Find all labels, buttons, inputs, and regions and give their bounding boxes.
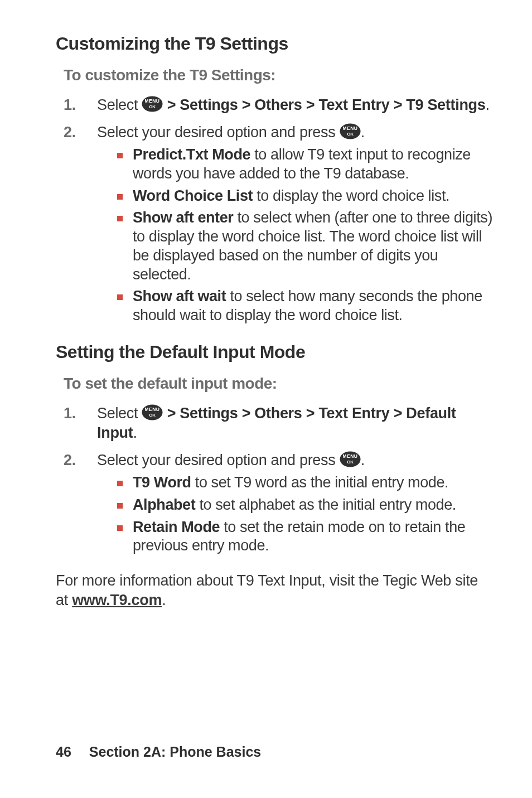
option-name: Word Choice List [133, 187, 253, 204]
menu-ok-key-icon [340, 123, 361, 139]
step-1: 1. Select > Settings > Others > Text Ent… [64, 404, 494, 443]
option-name: Predict.Txt Mode [133, 146, 250, 163]
step-number: 2. [64, 123, 76, 142]
list-item: Word Choice List to display the word cho… [117, 187, 494, 206]
list-item: Retain Mode to set the retain mode on to… [117, 518, 494, 556]
list-item: Alphabet to set alphabet as the initial … [117, 496, 494, 515]
menu-ok-key-icon [142, 96, 163, 112]
list-item: Predict.Txt Mode to allow T9 text input … [117, 146, 494, 183]
step-text-post: . [361, 124, 365, 141]
option-desc: to set T9 word as the initial entry mode… [191, 474, 448, 491]
step-1: 1. Select > Settings > Others > Text Ent… [64, 95, 494, 115]
option-name: Show aft enter [133, 209, 233, 226]
option-name: T9 Word [133, 474, 191, 491]
step-text-pre: Select your desired option and press [97, 124, 340, 141]
options-list: T9 Word to set T9 word as the initial en… [117, 473, 494, 555]
heading-customizing-t9: Customizing the T9 Settings [56, 33, 494, 54]
step-text-post: . [361, 452, 365, 468]
step-2: 2. Select your desired option and press … [64, 123, 494, 325]
option-name: Show aft wait [133, 288, 226, 304]
option-name: Retain Mode [133, 519, 220, 535]
menu-ok-key-icon [142, 404, 163, 420]
steps-list-1: 1. Select > Settings > Others > Text Ent… [64, 95, 494, 325]
subheading-customize-t9: To customize the T9 Settings: [64, 66, 494, 84]
step-text-pre: Select [97, 96, 142, 113]
option-name: Alphabet [133, 496, 195, 513]
page-number: 46 [56, 744, 71, 760]
step-number: 1. [64, 95, 76, 115]
menu-ok-key-icon [340, 451, 361, 467]
list-item: Show aft enter to select when (after one… [117, 209, 494, 284]
step-text-pre: Select your desired option and press [97, 452, 340, 468]
section-label: Section 2A: Phone Basics [89, 744, 261, 760]
step-text-post: . [133, 424, 137, 441]
closing-paragraph: For more information about T9 Text Input… [56, 571, 494, 610]
list-item: Show aft wait to select how many seconds… [117, 287, 494, 325]
para-post: . [162, 592, 166, 608]
step-text-pre: Select [97, 405, 142, 422]
step-text-post: . [486, 96, 490, 113]
subheading-set-default-input: To set the default input mode: [64, 375, 494, 393]
steps-list-2: 1. Select > Settings > Others > Text Ent… [64, 404, 494, 555]
list-item: T9 Word to set T9 word as the initial en… [117, 473, 494, 492]
step-number: 2. [64, 451, 76, 470]
option-desc: to display the word choice list. [253, 187, 449, 204]
step-2: 2. Select your desired option and press … [64, 451, 494, 555]
link-t9com[interactable]: www.T9.com [72, 592, 162, 608]
option-desc: to set alphabet as the initial entry mod… [195, 496, 456, 513]
options-list: Predict.Txt Mode to allow T9 text input … [117, 146, 494, 325]
nav-path: > Settings > Others > Text Entry > T9 Se… [163, 96, 485, 113]
page-footer: 46Section 2A: Phone Basics [56, 744, 261, 760]
step-number: 1. [64, 404, 76, 423]
heading-default-input-mode: Setting the Default Input Mode [56, 342, 494, 362]
